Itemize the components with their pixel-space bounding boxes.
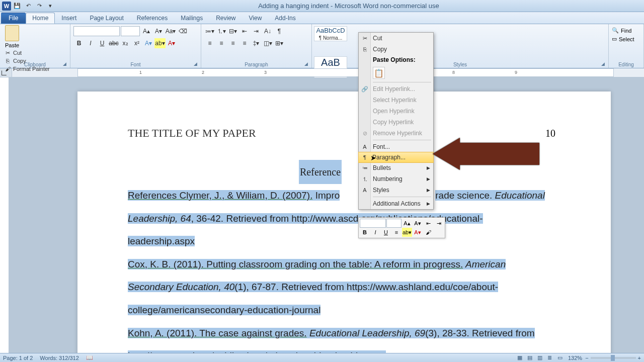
redo-icon[interactable]: ↷ xyxy=(34,1,44,11)
zoom-slider[interactable] xyxy=(591,357,636,359)
italic-button[interactable]: I xyxy=(85,38,96,48)
select-button[interactable]: ▭Select xyxy=(611,35,641,43)
zoom-out-button[interactable]: − xyxy=(585,355,588,361)
menu-copy-hyperlink[interactable]: Copy Hyperlink xyxy=(359,117,433,128)
menu-additional-actions[interactable]: Additional Actions▶ xyxy=(359,198,433,209)
sort-icon[interactable]: A↓ xyxy=(262,26,273,36)
paragraph-launcher-icon[interactable]: ◢ xyxy=(304,61,310,67)
style-normal[interactable]: AaBbCcD ¶ Norma... xyxy=(314,26,347,41)
menu-remove-hyperlink[interactable]: ⊘Remove Hyperlink xyxy=(359,128,433,139)
align-center-icon[interactable]: ≡ xyxy=(216,38,227,48)
mini-format-painter-icon[interactable]: 🖌 xyxy=(423,228,433,237)
view-outline-icon[interactable]: ≣ xyxy=(545,353,555,363)
mini-size-combo[interactable] xyxy=(386,219,401,228)
menu-edit-hyperlink[interactable]: 🔗Edit Hyperlink... xyxy=(359,83,433,95)
style-preview: AaBbCcD xyxy=(316,27,345,34)
menu-font[interactable]: AFont... xyxy=(359,141,433,152)
tab-view[interactable]: View xyxy=(243,13,269,24)
tab-references[interactable]: References xyxy=(130,13,174,24)
tab-mailings[interactable]: Mailings xyxy=(174,13,209,24)
shrink-font-icon[interactable]: A▾ xyxy=(153,26,164,36)
justify-icon[interactable]: ≡ xyxy=(239,38,250,48)
increase-indent-icon[interactable]: ⇥ xyxy=(251,26,262,36)
strikethrough-button[interactable]: abc xyxy=(108,38,119,48)
find-button[interactable]: 🔍Find xyxy=(611,26,641,35)
superscript-button[interactable]: x² xyxy=(131,38,142,48)
shading-icon[interactable]: ◫▾ xyxy=(262,38,273,48)
styles-launcher-icon[interactable]: ◢ xyxy=(601,61,607,67)
document-page[interactable]: THE TITLE OF MY PAPER 10 Reference Refer… xyxy=(77,92,611,353)
font-launcher-icon[interactable]: ◢ xyxy=(194,61,200,67)
mini-highlight-icon[interactable]: ab▾ xyxy=(402,228,412,237)
tab-page-layout[interactable]: Page Layout xyxy=(83,13,130,24)
mini-italic-button[interactable]: I xyxy=(370,228,380,237)
tab-insert[interactable]: Insert xyxy=(55,13,83,24)
menu-styles[interactable]: AStyles▶ xyxy=(359,185,433,196)
highlight-icon[interactable]: ab▾ xyxy=(154,38,166,48)
menu-cut[interactable]: ✂Cut xyxy=(359,33,433,44)
mini-grow-font-icon[interactable]: A▴ xyxy=(402,219,412,228)
view-print-layout-icon[interactable]: ▦ xyxy=(515,353,525,363)
paste-label: Paste xyxy=(5,42,19,48)
underline-button[interactable]: U xyxy=(97,38,108,48)
grow-font-icon[interactable]: A▴ xyxy=(141,26,152,36)
align-right-icon[interactable]: ≡ xyxy=(227,38,238,48)
show-hide-icon[interactable]: ¶ xyxy=(274,26,285,36)
tab-file[interactable]: File xyxy=(1,13,26,24)
menu-paragraph[interactable]: ¶Paragraph... xyxy=(358,152,434,163)
menu-open-hyperlink[interactable]: Open Hyperlink xyxy=(359,106,433,117)
clear-formatting-icon[interactable]: ⌫ xyxy=(177,26,188,36)
borders-icon[interactable]: ⊞▾ xyxy=(274,38,285,48)
proofing-icon[interactable]: 📖 xyxy=(86,354,93,361)
view-draft-icon[interactable]: ▭ xyxy=(555,353,565,363)
menu-bullets[interactable]: ≔Bullets▶ xyxy=(359,162,433,173)
zoom-level[interactable]: 132% xyxy=(568,355,582,361)
zoom-in-button[interactable]: + xyxy=(638,355,641,361)
chevron-right-icon: ▶ xyxy=(427,188,430,193)
paste-keep-source-button[interactable]: 📋 xyxy=(373,67,385,79)
clipboard-launcher-icon[interactable]: ◢ xyxy=(63,61,69,67)
mini-increase-indent-icon[interactable]: ⇥ xyxy=(434,219,444,228)
mini-underline-button[interactable]: U xyxy=(381,228,391,237)
mini-decrease-indent-icon[interactable]: ⇤ xyxy=(423,219,433,228)
tab-addins[interactable]: Add-Ins xyxy=(268,13,302,24)
line-spacing-icon[interactable]: ‡▾ xyxy=(251,38,262,48)
select-label: Select xyxy=(619,36,634,42)
font-family-combo[interactable] xyxy=(73,26,120,36)
mini-font-color-icon[interactable]: A▾ xyxy=(413,228,423,237)
subscript-button[interactable]: x₂ xyxy=(120,38,131,48)
group-paragraph: ≔▾ ⒈▾ ⊟▾ ⇤ ⇥ A↓ ¶ ≡ ≡ ≡ ≡ ‡▾ ◫▾ ⊞▾ Parag… xyxy=(201,24,312,68)
tab-review[interactable]: Review xyxy=(209,13,242,24)
multilevel-list-icon[interactable]: ⊟▾ xyxy=(227,26,238,36)
tab-home[interactable]: Home xyxy=(26,13,55,24)
paste-button[interactable]: Paste xyxy=(2,25,22,48)
status-page[interactable]: Page: 1 of 2 xyxy=(3,355,33,361)
undo-icon[interactable]: ↶ xyxy=(23,1,33,11)
font-size-combo[interactable] xyxy=(121,26,140,36)
cut-button[interactable]: ✂Cut xyxy=(4,49,68,56)
view-full-screen-icon[interactable]: ▤ xyxy=(525,353,535,363)
text-effects-icon[interactable]: A▾ xyxy=(143,38,154,48)
mini-center-icon[interactable]: ≡ xyxy=(391,228,401,237)
menu-numbering[interactable]: ⒈Numbering▶ xyxy=(359,173,433,185)
bold-button[interactable]: B xyxy=(73,38,85,48)
mini-font-combo[interactable] xyxy=(360,219,386,228)
status-words[interactable]: Words: 312/312 xyxy=(40,355,78,361)
change-case-icon[interactable]: Aa▾ xyxy=(165,26,176,36)
menu-select-hyperlink[interactable]: Select Hyperlink xyxy=(359,95,433,106)
mini-bold-button[interactable]: B xyxy=(360,228,370,237)
bullets-icon[interactable]: ≔▾ xyxy=(204,26,215,36)
decrease-indent-icon[interactable]: ⇤ xyxy=(239,26,250,36)
group-editing: 🔍Find ▭Select Editing xyxy=(609,24,644,68)
numbering-icon[interactable]: ⒈▾ xyxy=(216,26,227,36)
menu-copy[interactable]: ⎘Copy xyxy=(359,44,433,55)
font-color-icon[interactable]: A▾ xyxy=(166,38,177,48)
qat-dropdown-icon[interactable]: ▾ xyxy=(45,1,55,11)
align-left-icon[interactable]: ≡ xyxy=(204,38,215,48)
vertical-ruler[interactable] xyxy=(0,77,9,353)
view-web-layout-icon[interactable]: ▥ xyxy=(535,353,545,363)
mini-shrink-font-icon[interactable]: A▾ xyxy=(413,219,423,228)
horizontal-ruler[interactable]: 1 2 3 7 8 9 xyxy=(77,68,614,77)
find-icon: 🔍 xyxy=(612,27,619,34)
save-icon[interactable]: 💾 xyxy=(12,1,22,11)
